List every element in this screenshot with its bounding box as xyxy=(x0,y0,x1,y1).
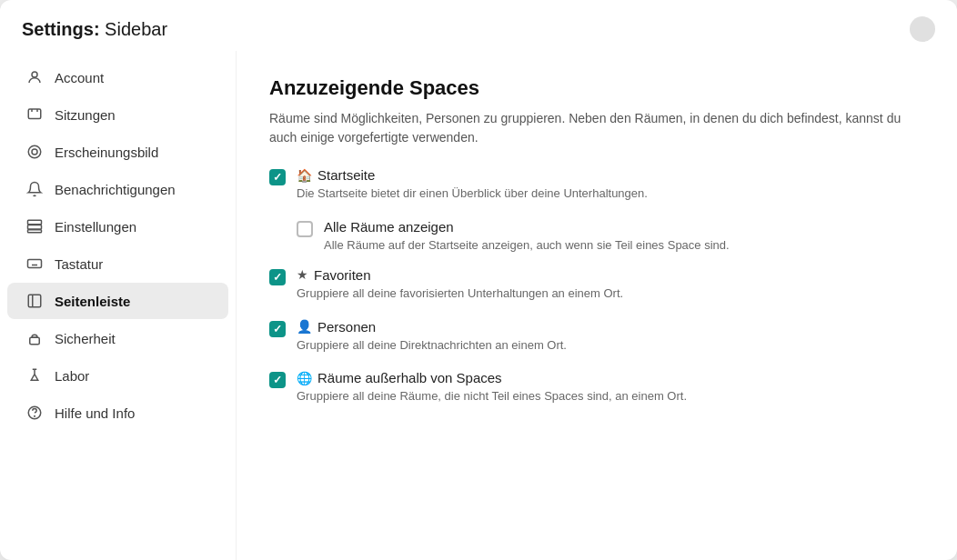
space-icon-personen: 👤 xyxy=(297,319,312,334)
space-icon-startseite: 🏠 xyxy=(297,168,312,183)
sidebar-item-notifications[interactable]: Benachrichtigungen xyxy=(7,171,228,207)
space-info-favoriten: ★FavoritenGruppiere all deine favorisier… xyxy=(297,267,924,303)
spaces-list: 🏠StartseiteDie Startseite bietet dir ein… xyxy=(269,167,924,405)
appearance-icon xyxy=(25,143,44,161)
sidebar-item-lab[interactable]: Labor xyxy=(7,357,228,394)
space-item-startseite: 🏠StartseiteDie Startseite bietet dir ein… xyxy=(269,167,924,203)
space-icon-raeume: 🌐 xyxy=(297,371,312,385)
space-info-personen: 👤PersonenGruppiere all deine Direktnachr… xyxy=(297,319,924,355)
sidebar-item-label: Erscheinungsbild xyxy=(55,145,158,160)
space-item-personen: 👤PersonenGruppiere all deine Direktnachr… xyxy=(269,319,924,355)
space-desc-favoriten: Gruppiere all deine favorisierten Unterh… xyxy=(297,285,924,303)
space-info-raeume: 🌐Räume außerhalb von SpacesGruppiere all… xyxy=(297,370,924,405)
svg-point-2 xyxy=(32,149,37,155)
svg-rect-5 xyxy=(28,225,42,230)
sidebar-item-sessions[interactable]: Sitzungen xyxy=(7,96,228,133)
sidebar-item-label: Labor xyxy=(55,368,89,384)
preferences-icon xyxy=(25,217,44,235)
checkbox-raeume[interactable] xyxy=(269,372,286,388)
space-label-startseite: 🏠Startseite xyxy=(297,167,924,183)
sidebar-item-label: Account xyxy=(55,70,104,85)
sidebar-item-appearance[interactable]: Erscheinungsbild xyxy=(7,134,228,170)
settings-window: Settings: Sidebar Account Sitzungen Ersc… xyxy=(0,0,957,560)
checkbox-startseite[interactable] xyxy=(269,169,286,185)
content-area: Anzuzeigende Spaces Räume sind Möglichke… xyxy=(237,51,957,560)
checkbox-personen[interactable] xyxy=(269,321,286,337)
space-label-favoriten: ★Favoriten xyxy=(297,267,924,283)
sidebar-item-label: Einstellungen xyxy=(55,219,136,235)
space-info-startseite: 🏠StartseiteDie Startseite bietet dir ein… xyxy=(297,167,924,203)
sidebar-item-label: Sicherheit xyxy=(55,331,116,346)
checkbox-alle-raeume[interactable] xyxy=(297,221,313,237)
sidebar-icon xyxy=(25,292,44,310)
sidebar-item-security[interactable]: Sicherheit xyxy=(7,320,228,356)
lab-icon xyxy=(25,366,44,385)
space-label-raeume: 🌐Räume außerhalb von Spaces xyxy=(297,370,924,385)
space-icon-favoriten: ★ xyxy=(297,267,308,282)
svg-rect-1 xyxy=(28,109,41,119)
space-group-startseite: 🏠StartseiteDie Startseite bietet dir ein… xyxy=(269,167,924,255)
space-item-favoriten: ★FavoritenGruppiere all deine favorisier… xyxy=(269,267,924,303)
sidebar: Account Sitzungen Erscheinungsbild Benac… xyxy=(0,51,237,560)
svg-rect-8 xyxy=(28,295,41,307)
keyboard-icon xyxy=(25,255,44,273)
security-icon xyxy=(25,329,44,347)
sidebar-item-sidebar[interactable]: Seitenleiste xyxy=(7,283,228,319)
svg-rect-9 xyxy=(30,337,40,345)
space-group-favoriten: ★FavoritenGruppiere all deine favorisier… xyxy=(269,267,924,303)
svg-point-11 xyxy=(35,415,35,416)
window-title: Settings: Sidebar xyxy=(22,19,167,40)
account-icon xyxy=(25,68,44,86)
space-label-alle-raeume: Alle Räume anzeigen xyxy=(324,219,924,235)
svg-rect-4 xyxy=(28,220,42,225)
space-desc-raeume: Gruppiere all deine Räume, die nicht Tei… xyxy=(297,388,924,405)
main-layout: Account Sitzungen Erscheinungsbild Benac… xyxy=(0,51,957,560)
checkbox-favoriten[interactable] xyxy=(269,269,286,285)
sidebar-item-label: Seitenleiste xyxy=(55,294,130,309)
content-description: Räume sind Möglichkeiten, Personen zu gr… xyxy=(269,109,924,147)
svg-rect-6 xyxy=(28,230,42,233)
sidebar-item-label: Tastatur xyxy=(55,256,103,272)
sidebar-item-account[interactable]: Account xyxy=(7,59,228,95)
space-group-personen: 👤PersonenGruppiere all deine Direktnachr… xyxy=(269,319,924,355)
space-desc-personen: Gruppiere all deine Direktnachrichten an… xyxy=(297,337,924,355)
space-group-raeume: 🌐Räume außerhalb von SpacesGruppiere all… xyxy=(269,370,924,405)
sub-item-alle-raeume: Alle Räume anzeigenAlle Räume auf der St… xyxy=(297,219,924,255)
close-button[interactable] xyxy=(910,16,935,42)
space-desc-alle-raeume: Alle Räume auf der Startseite anzeigen, … xyxy=(324,237,924,255)
sidebar-item-label: Sitzungen xyxy=(55,107,116,123)
svg-point-3 xyxy=(28,145,41,158)
space-item-raeume: 🌐Räume außerhalb von SpacesGruppiere all… xyxy=(269,370,924,405)
sessions-icon xyxy=(25,105,44,124)
sidebar-item-help[interactable]: Hilfe und Info xyxy=(7,395,228,431)
sidebar-item-label: Benachrichtigungen xyxy=(55,182,176,197)
sidebar-item-label: Hilfe und Info xyxy=(55,405,135,421)
sidebar-item-keyboard[interactable]: Tastatur xyxy=(7,245,228,282)
help-icon xyxy=(25,404,44,422)
content-title: Anzuzeigende Spaces xyxy=(269,76,924,100)
space-label-personen: 👤Personen xyxy=(297,319,924,335)
svg-point-0 xyxy=(32,72,37,77)
sidebar-item-preferences[interactable]: Einstellungen xyxy=(7,208,228,245)
space-desc-startseite: Die Startseite bietet dir einen Überblic… xyxy=(297,185,924,203)
notifications-icon xyxy=(25,180,44,198)
title-bar: Settings: Sidebar xyxy=(0,0,957,51)
svg-rect-7 xyxy=(28,260,42,268)
